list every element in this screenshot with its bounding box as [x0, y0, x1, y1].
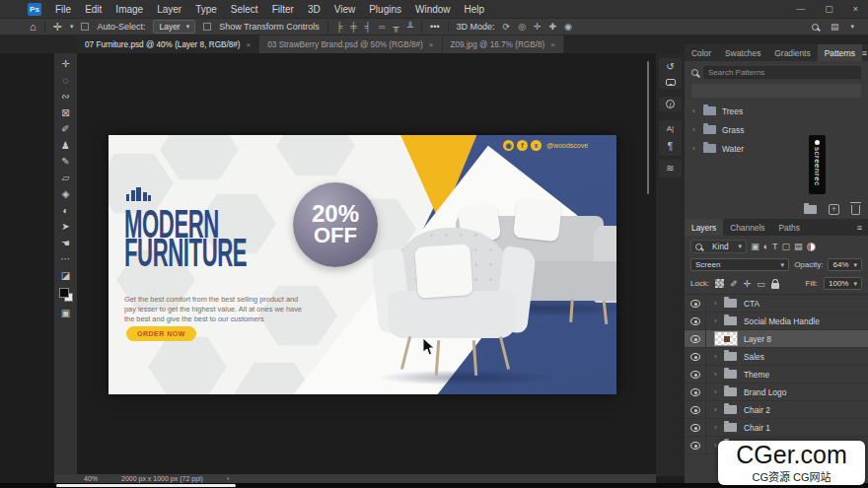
- expand-arrow-icon[interactable]: ›: [692, 106, 697, 115]
- pattern-group-trees[interactable]: › Trees: [685, 102, 868, 120]
- layer-row-cta[interactable]: › CTA: [685, 295, 868, 313]
- chevron-down-icon[interactable]: ▾: [850, 23, 854, 31]
- auto-select-checkbox[interactable]: [81, 23, 89, 31]
- layer-row-chair-1[interactable]: › Chair 1: [685, 419, 868, 437]
- menu-3d[interactable]: 3D: [308, 4, 321, 15]
- new-group-button[interactable]: [804, 205, 817, 214]
- blend-mode-dropdown[interactable]: Screen ▾: [690, 258, 789, 271]
- filter-type-icon[interactable]: T: [772, 242, 778, 251]
- canvas-scrollbar[interactable]: [647, 61, 649, 194]
- tab-paths[interactable]: Paths: [772, 219, 807, 236]
- clone-stamp-tool[interactable]: ♟: [61, 140, 70, 151]
- horizontal-scrollbar[interactable]: [56, 484, 236, 487]
- align-right-icon[interactable]: ╡: [365, 22, 371, 32]
- pattern-group-grass[interactable]: › Grass: [685, 120, 868, 139]
- 3d-pan-icon[interactable]: ✛: [534, 22, 542, 32]
- menu-type[interactable]: Type: [195, 4, 217, 15]
- info-icon[interactable]: i: [666, 100, 675, 108]
- more-options-button[interactable]: •••: [430, 22, 439, 32]
- marquee-tool[interactable]: ◌: [63, 75, 69, 86]
- adjustments-icon[interactable]: ≋: [666, 163, 674, 174]
- close-tab-icon[interactable]: ×: [429, 40, 434, 49]
- lock-artboard-icon[interactable]: ▭: [757, 279, 765, 289]
- doc-tab-strawberry[interactable]: 03 StrawBerry Brand.psd @ 50% (RGB/8#) ×: [259, 35, 442, 53]
- menu-edit[interactable]: Edit: [85, 4, 102, 15]
- expand-arrow-icon[interactable]: ›: [714, 316, 719, 325]
- screen-mode-icon[interactable]: ▣: [61, 308, 70, 318]
- expand-arrow-icon[interactable]: ›: [714, 405, 719, 414]
- brush-tool[interactable]: ✎: [61, 156, 69, 167]
- dodge-tool[interactable]: ◐: [62, 205, 68, 216]
- expand-arrow-icon[interactable]: ›: [714, 423, 719, 432]
- color-swatches[interactable]: [59, 288, 73, 302]
- restore-button[interactable]: ▢: [825, 4, 833, 14]
- menu-select[interactable]: Select: [231, 4, 258, 15]
- close-tab-icon[interactable]: ×: [550, 40, 555, 49]
- layer-row-brand-logo[interactable]: › Brand Logo: [685, 383, 868, 401]
- zoom-level[interactable]: 40%: [84, 475, 98, 482]
- menu-help[interactable]: Help: [465, 4, 485, 15]
- pattern-group-water[interactable]: › Water: [685, 139, 868, 158]
- align-left-icon[interactable]: ╞: [336, 22, 342, 32]
- move-tool[interactable]: ✛: [61, 58, 69, 69]
- expand-arrow-icon[interactable]: ›: [714, 299, 719, 308]
- panel-menu-icon[interactable]: ≡: [862, 44, 868, 61]
- doc-tab-furniture[interactable]: 07 Furniture.psd @ 40% (Layer 8, RGB/8#)…: [77, 35, 259, 53]
- workspace-switcher-icon[interactable]: ▤: [831, 22, 839, 32]
- history-icon[interactable]: ↺: [666, 61, 674, 73]
- more-tools-button[interactable]: ⋯: [61, 253, 71, 264]
- expand-arrow-icon[interactable]: ›: [714, 387, 719, 396]
- 3d-camera-icon[interactable]: ◉: [564, 22, 572, 32]
- kind-filter-dropdown[interactable]: Kind ▾: [690, 240, 747, 253]
- tab-gradients[interactable]: Gradients: [767, 44, 817, 61]
- screenrec-badge[interactable]: screenrec: [809, 135, 826, 194]
- align-center-icon[interactable]: ╪: [350, 22, 356, 32]
- lock-position-icon[interactable]: ✛: [744, 279, 752, 289]
- distribute-horizontal-icon[interactable]: ╥: [393, 22, 398, 32]
- 3d-orbit-icon[interactable]: ⟳: [503, 22, 511, 32]
- menu-plugins[interactable]: Plugins: [369, 4, 401, 15]
- tab-patterns[interactable]: Patterns: [818, 44, 862, 61]
- visibility-toggle[interactable]: [685, 383, 706, 400]
- layer-row-layer-8[interactable]: Layer 8: [685, 330, 868, 348]
- delete-icon[interactable]: [851, 205, 860, 215]
- eyedropper-tool[interactable]: ✐: [61, 123, 69, 134]
- tab-swatches[interactable]: Swatches: [718, 44, 767, 61]
- expand-arrow-icon[interactable]: ›: [714, 370, 719, 379]
- move-tool-icon[interactable]: ✛: [53, 21, 62, 34]
- align-middle-icon[interactable]: ═: [379, 22, 385, 32]
- 3d-slide-icon[interactable]: ✚: [549, 22, 557, 32]
- close-button[interactable]: ×: [853, 4, 858, 14]
- menu-layer[interactable]: Layer: [157, 4, 181, 15]
- menu-file[interactable]: File: [55, 4, 71, 15]
- layer-row-chair-2[interactable]: › Chair 2: [685, 401, 868, 419]
- design-canvas[interactable]: 20% OFF MODERN FURNITURE Get the best co…: [108, 135, 616, 394]
- menu-filter[interactable]: Filter: [272, 4, 294, 15]
- layer-row-theme[interactable]: › Theme: [685, 366, 868, 383]
- character-panel-icon[interactable]: A|: [667, 123, 674, 135]
- eraser-tool[interactable]: ▱: [62, 173, 70, 183]
- quick-mask-icon[interactable]: ◪: [61, 270, 70, 281]
- new-pattern-button[interactable]: +: [829, 204, 839, 215]
- blur-tool[interactable]: ◈: [62, 188, 70, 199]
- visibility-toggle[interactable]: [685, 401, 706, 418]
- filter-toggle-icon[interactable]: [807, 243, 816, 251]
- visibility-toggle[interactable]: [685, 313, 706, 329]
- tab-color[interactable]: Color: [685, 44, 718, 61]
- opacity-dropdown[interactable]: 64% ▾: [828, 258, 862, 271]
- show-transform-checkbox[interactable]: [203, 23, 211, 31]
- visibility-toggle[interactable]: [685, 348, 706, 365]
- search-icon[interactable]: [812, 24, 819, 31]
- fill-dropdown[interactable]: 100% ▾: [824, 277, 862, 290]
- filter-pixel-icon[interactable]: ▣: [751, 242, 760, 251]
- foreground-color-swatch[interactable]: [59, 288, 69, 298]
- layer-thumbnail[interactable]: [714, 331, 738, 346]
- crop-tool[interactable]: ⊠: [61, 107, 69, 118]
- hand-tool[interactable]: ☚: [61, 238, 70, 248]
- visibility-toggle[interactable]: [685, 330, 706, 347]
- distribute-vertical-icon[interactable]: ╨: [407, 22, 413, 32]
- lasso-tool[interactable]: ∾: [61, 91, 69, 102]
- menu-window[interactable]: Window: [415, 4, 451, 15]
- auto-select-dropdown[interactable]: Layer▾: [153, 20, 195, 34]
- panel-menu-icon[interactable]: ≡: [857, 219, 868, 236]
